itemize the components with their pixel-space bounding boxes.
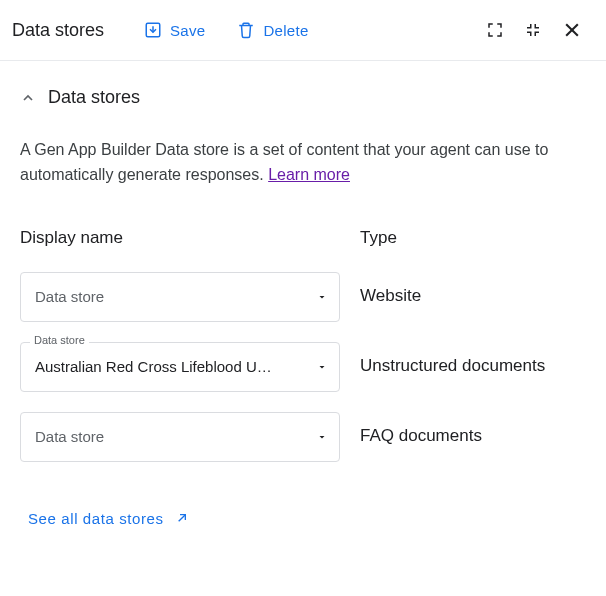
- data-store-row: Data store FAQ documents: [20, 412, 586, 462]
- fullscreen-button[interactable]: [478, 13, 512, 47]
- section-header[interactable]: Data stores: [16, 81, 590, 120]
- type-label: Website: [360, 285, 421, 308]
- save-button[interactable]: Save: [136, 15, 213, 45]
- type-label: FAQ documents: [360, 425, 482, 448]
- data-store-select[interactable]: Data store: [20, 272, 340, 322]
- save-button-label: Save: [170, 22, 205, 39]
- type-label: Unstructured documents: [360, 355, 545, 378]
- exit-fullscreen-button[interactable]: [516, 13, 550, 47]
- section-description: A Gen App Builder Data store is a set of…: [16, 120, 590, 196]
- data-store-select[interactable]: Data store Australian Red Cross Lifebloo…: [20, 342, 340, 392]
- exit-fullscreen-icon: [524, 21, 542, 39]
- section-title: Data stores: [48, 87, 140, 108]
- data-store-rows: Data store Website Data store Australian…: [16, 248, 590, 462]
- save-icon: [144, 21, 162, 39]
- page-title: Data stores: [12, 20, 104, 41]
- chevron-up-icon: [20, 90, 36, 106]
- column-display-name: Display name: [20, 228, 360, 248]
- data-store-select[interactable]: Data store: [20, 412, 340, 462]
- data-store-row: Data store Australian Red Cross Lifebloo…: [20, 342, 586, 392]
- external-link-icon: [174, 510, 190, 526]
- panel: Data stores A Gen App Builder Data store…: [0, 61, 606, 537]
- select-placeholder: Data store: [35, 428, 299, 445]
- learn-more-link[interactable]: Learn more: [268, 166, 350, 183]
- select-placeholder: Data store: [35, 288, 299, 305]
- select-value: Australian Red Cross Lifeblood U…: [35, 358, 299, 375]
- column-type: Type: [360, 228, 397, 248]
- see-all-data-stores-link[interactable]: See all data stores: [24, 500, 194, 537]
- close-button[interactable]: [554, 12, 590, 48]
- trash-icon: [237, 21, 255, 39]
- select-float-label: Data store: [30, 334, 89, 346]
- delete-button-label: Delete: [263, 22, 308, 39]
- data-store-row: Data store Website: [20, 272, 586, 322]
- delete-button[interactable]: Delete: [229, 15, 316, 45]
- columns-header: Display name Type: [16, 196, 590, 248]
- fullscreen-icon: [486, 21, 504, 39]
- header: Data stores Save Delete: [0, 0, 606, 61]
- close-icon: [562, 20, 582, 40]
- see-all-label: See all data stores: [28, 510, 164, 527]
